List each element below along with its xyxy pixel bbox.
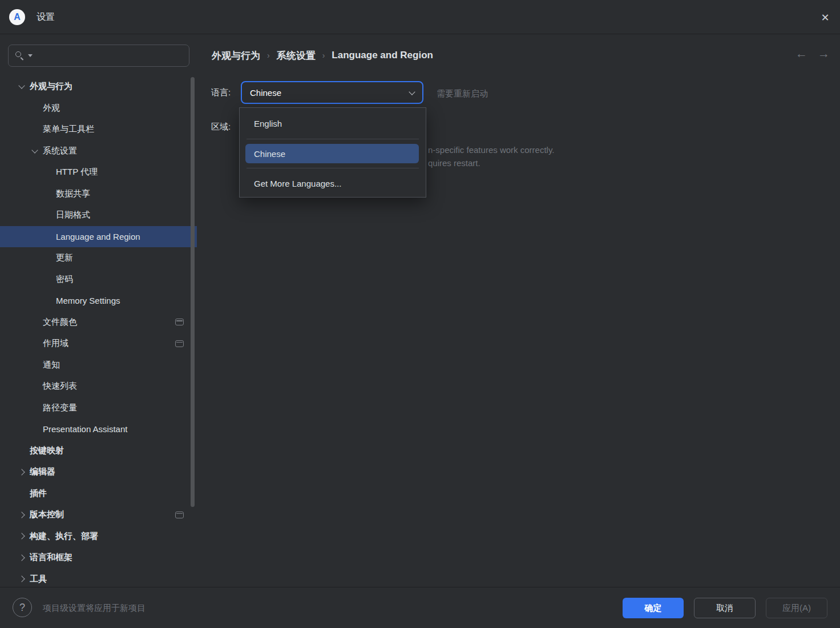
sidebar-item-languages-frameworks[interactable]: 语言和框架 xyxy=(0,547,197,569)
region-hint-line: n-specific features work correctly. xyxy=(428,145,554,155)
breadcrumb: 外观与行为›系统设置›Language and Region xyxy=(212,46,433,65)
sidebar-item-label: 外观与行为 xyxy=(30,81,72,92)
sidebar-item-label: 插件 xyxy=(30,488,47,499)
sidebar-item-menus-toolbars[interactable]: 菜单与工具栏 xyxy=(0,119,197,140)
sidebar-item-memory-settings[interactable]: Memory Settings xyxy=(0,290,197,312)
search-input[interactable] xyxy=(8,45,189,67)
per-project-settings-icon xyxy=(175,319,184,325)
region-label: 区域: xyxy=(211,122,231,132)
sidebar-item-label: 作用域 xyxy=(43,338,68,349)
sidebar-item-data-sharing[interactable]: 数据共享 xyxy=(0,183,197,205)
settings-sidebar: 外观与行为外观菜单与工具栏系统设置HTTP 代理数据共享日期格式Language… xyxy=(0,35,197,587)
chevron-right-icon[interactable] xyxy=(18,576,25,582)
sidebar-item-label: Memory Settings xyxy=(56,296,120,305)
back-arrow-icon[interactable]: ← xyxy=(795,47,807,61)
sidebar-item-http-proxy[interactable]: HTTP 代理 xyxy=(0,162,197,183)
search-history-caret-icon[interactable] xyxy=(28,54,33,57)
chevron-right-icon[interactable] xyxy=(18,554,25,561)
sidebar-item-plugins[interactable]: 插件 xyxy=(0,483,197,505)
language-select-value: Chinese xyxy=(250,88,410,98)
footer-note: 项目级设置将应用于新项目 xyxy=(43,587,146,628)
sidebar-item-updates[interactable]: 更新 xyxy=(0,247,197,269)
sidebar-item-label: Presentation Assistant xyxy=(43,424,127,434)
per-project-settings-icon xyxy=(175,340,184,347)
sidebar-item-label: 按键映射 xyxy=(30,445,64,456)
chevron-right-icon[interactable] xyxy=(18,469,25,475)
settings-tree: 外观与行为外观菜单与工具栏系统设置HTTP 代理数据共享日期格式Language… xyxy=(0,76,197,590)
sidebar-item-date-formats[interactable]: 日期格式 xyxy=(0,204,197,226)
sidebar-item-label: Language and Region xyxy=(56,232,140,241)
sidebar-scrollbar[interactable] xyxy=(191,77,195,507)
breadcrumb-item[interactable]: 系统设置 xyxy=(277,49,316,62)
sidebar-item-keymap[interactable]: 按键映射 xyxy=(0,440,197,462)
sidebar-item-build-execution-deployment[interactable]: 构建、执行、部署 xyxy=(0,526,197,548)
sidebar-item-label: 菜单与工具栏 xyxy=(43,124,94,135)
ok-button[interactable]: 确定 xyxy=(623,598,684,618)
language-label: 语言: xyxy=(211,87,231,98)
app-logo-icon: A xyxy=(9,9,25,25)
menu-item-english[interactable]: English xyxy=(240,112,426,134)
dialog-footer: ? 项目级设置将应用于新项目 确定 取消 应用(A) xyxy=(0,587,840,628)
breadcrumb-separator-icon: › xyxy=(260,51,277,60)
sidebar-item-label: 通知 xyxy=(43,360,60,371)
sidebar-item-label: 构建、执行、部署 xyxy=(30,531,98,542)
sidebar-item-path-variables[interactable]: 路径变量 xyxy=(0,397,197,419)
language-dropdown-popup: EnglishChineseGet More Languages... xyxy=(239,107,426,198)
menu-item-chinese[interactable]: Chinese xyxy=(245,144,419,163)
sidebar-item-label: 语言和框架 xyxy=(30,552,72,563)
sidebar-item-presentation-assistant[interactable]: Presentation Assistant xyxy=(0,418,197,440)
sidebar-item-label: 系统设置 xyxy=(43,146,77,156)
breadcrumb-separator-icon: › xyxy=(316,51,332,60)
per-project-settings-icon xyxy=(175,512,184,518)
sidebar-item-label: 密码 xyxy=(56,274,73,285)
chevron-down-icon xyxy=(409,88,415,95)
sidebar-item-file-colors[interactable]: 文件颜色 xyxy=(0,312,197,333)
history-nav: ← → xyxy=(795,47,830,61)
apply-button[interactable]: 应用(A) xyxy=(766,598,827,618)
sidebar-item-label: HTTP 代理 xyxy=(56,167,98,178)
sidebar-item-quick-lists[interactable]: 快速列表 xyxy=(0,376,197,397)
help-icon[interactable]: ? xyxy=(13,598,32,617)
breadcrumb-item[interactable]: 外观与行为 xyxy=(212,49,260,62)
restart-required-hint: 需要重新启动 xyxy=(437,88,488,99)
search-icon xyxy=(15,51,25,61)
sidebar-item-appearance[interactable]: 外观 xyxy=(0,98,197,119)
cancel-button[interactable]: 取消 xyxy=(694,598,756,618)
language-select[interactable]: Chinese xyxy=(241,81,423,104)
menu-item-get-more-languages[interactable]: Get More Languages... xyxy=(240,172,426,194)
sidebar-item-version-control[interactable]: 版本控制 xyxy=(0,504,197,526)
chevron-right-icon[interactable] xyxy=(18,512,25,518)
sidebar-item-label: 工具 xyxy=(30,574,47,585)
sidebar-item-notifications[interactable]: 通知 xyxy=(0,355,197,376)
window-title: 设置 xyxy=(37,0,55,34)
sidebar-item-label: 快速列表 xyxy=(43,381,77,392)
sidebar-item-editor[interactable]: 编辑器 xyxy=(0,461,197,483)
menu-separator xyxy=(247,139,419,139)
sidebar-item-label: 更新 xyxy=(56,252,73,263)
close-icon[interactable]: ✕ xyxy=(817,10,833,26)
sidebar-item-label: 版本控制 xyxy=(30,509,64,520)
settings-dialog: A 设置 ✕ 外观与行为外观菜单与工具栏系统设置HTTP 代理数据共享日期格式L… xyxy=(0,0,840,628)
sidebar-item-language-region[interactable]: Language and Region xyxy=(0,226,197,248)
title-bar: A 设置 ✕ xyxy=(0,0,840,34)
sidebar-item-label: 日期格式 xyxy=(56,210,90,220)
sidebar-item-passwords[interactable]: 密码 xyxy=(0,269,197,291)
sidebar-item-label: 编辑器 xyxy=(30,466,55,477)
region-hint-line: quires restart. xyxy=(428,158,480,168)
chevron-down-icon[interactable] xyxy=(31,147,38,153)
sidebar-item-appearance-behavior[interactable]: 外观与行为 xyxy=(0,76,197,98)
sidebar-item-label: 外观 xyxy=(43,103,60,114)
sidebar-item-scopes[interactable]: 作用域 xyxy=(0,333,197,355)
breadcrumb-item[interactable]: Language and Region xyxy=(332,50,433,61)
sidebar-item-system-settings[interactable]: 系统设置 xyxy=(0,140,197,162)
forward-arrow-icon[interactable]: → xyxy=(818,47,830,61)
sidebar-item-label: 路径变量 xyxy=(43,402,77,413)
sidebar-item-label: 数据共享 xyxy=(56,188,90,199)
menu-separator xyxy=(247,168,419,168)
chevron-right-icon[interactable] xyxy=(18,533,25,540)
sidebar-item-label: 文件颜色 xyxy=(43,317,77,328)
chevron-down-icon[interactable] xyxy=(18,83,25,89)
